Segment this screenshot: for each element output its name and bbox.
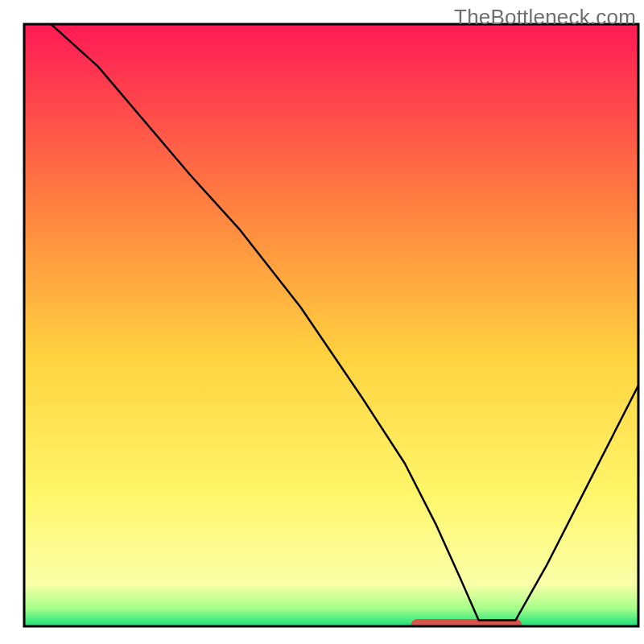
watermark: TheBottleneck.com	[454, 5, 636, 30]
plot-background	[24, 24, 638, 626]
chart-container: TheBottleneck.com	[0, 0, 644, 644]
bottleneck-chart	[0, 0, 644, 644]
